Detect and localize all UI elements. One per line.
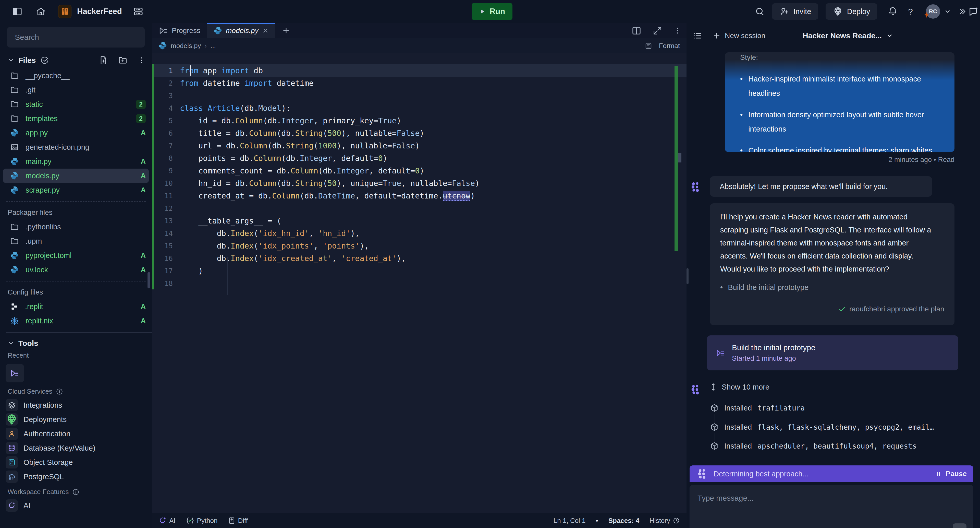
close-tab-icon[interactable] [262,27,269,34]
code-line-18[interactable]: 18 [152,277,687,290]
files-section-header[interactable]: Files [0,52,152,69]
file-row--git[interactable]: .git [0,83,152,97]
spaces-setting[interactable]: Spaces: 4 [608,517,639,525]
sidebar-item-authentication[interactable]: Authentication [0,427,152,441]
status-ai[interactable]: AI [159,517,176,525]
code-line-3[interactable]: 3 [152,89,687,102]
sidebar-toggle-icon[interactable] [12,6,22,17]
expand-icon[interactable] [652,26,662,36]
file-row-scraper-py[interactable]: scraper.pyA [0,183,152,197]
file-row-models-py[interactable]: models.pyA [3,169,149,183]
pause-button[interactable]: Pause [935,470,967,478]
deploy-button[interactable]: Deploy [826,3,877,20]
packager-files-label: Packager files [0,206,152,220]
file-row-uv-lock[interactable]: uv.lockA [0,263,152,277]
sidebar-item-ai[interactable]: AI [0,498,152,513]
file-row-app-py[interactable]: app.pyA [0,126,152,140]
home-icon[interactable] [36,6,46,17]
invite-button[interactable]: Invite [772,3,818,20]
code-line-1[interactable]: 1from app import db [152,64,687,77]
sidebar-item-postgresql[interactable]: PostgreSQL [0,469,152,484]
code-line-7[interactable]: 7 url = db.Column(db.String(1000), nulla… [152,139,687,152]
kebab-menu-icon[interactable] [138,56,146,64]
file-row-templates[interactable]: templates2 [0,112,152,126]
file-row-pyproject-toml[interactable]: pyproject.tomlA [0,248,152,263]
info-icon[interactable] [72,488,80,496]
file-row--upm[interactable]: .upm [0,234,152,248]
cursor-position[interactable]: Ln 1, Col 1 [554,517,586,525]
search-input[interactable]: Search [7,27,145,48]
agent-working-bar[interactable]: Determining best approach... Pause [690,466,974,482]
collapse-panel-icon[interactable] [959,8,966,15]
code-line-16[interactable]: 16 db.Index('idx_created_at', 'created_a… [152,252,687,265]
tab-progress[interactable]: Progress [152,23,207,38]
file-row-static[interactable]: static2 [0,97,152,112]
notifications-bell-icon[interactable] [888,6,898,17]
session-title[interactable]: Hacker News Reade... [803,32,893,40]
sidebar-item-integrations[interactable]: Integrations [0,398,152,412]
session-list-icon[interactable] [693,31,702,40]
code-line-15[interactable]: 15 db.Index('idx_points', 'points'), [152,239,687,252]
editor-scrollbar[interactable] [678,153,681,163]
code-line-17[interactable]: 17 ) [152,265,687,277]
code-line-12[interactable]: 12 [152,202,687,215]
format-button[interactable]: Format [659,42,680,50]
message-meta[interactable]: 2 minutes ago • Read [725,156,955,164]
code-line-9[interactable]: 9 comments_count = db.Column(db.Integer,… [152,164,687,177]
new-folder-icon[interactable] [118,55,127,65]
code-line-8[interactable]: 8 points = db.Column(db.Integer, default… [152,152,687,164]
chat-scrollbar[interactable] [687,268,689,284]
folder-icon [10,71,19,80]
split-pane-icon[interactable] [632,26,641,36]
workspace-layout-icon[interactable] [133,6,143,17]
code-line-2[interactable]: 2from datetime import datetime [152,77,687,89]
show-more-button[interactable]: Show 10 more [710,383,770,391]
status-language[interactable]: Python [186,517,218,525]
svg-text:01: 01 [10,463,13,465]
code-line-10[interactable]: 10 hn_id = db.Column(db.String(50), uniq… [152,177,687,190]
task-progress-card[interactable]: Build the initial prototype Started 1 mi… [707,335,958,370]
avatar[interactable]: RC [926,4,940,19]
new-tab-button[interactable] [275,23,297,38]
code-editor[interactable]: 1from app import db2from datetime import… [152,53,687,513]
breadcrumb-more[interactable]: ... [210,42,216,50]
code-line-5[interactable]: 5 id = db.Column(db.Integer, primary_key… [152,115,687,127]
recent-shell-tool-button[interactable] [6,364,24,383]
history-button[interactable]: History [649,515,680,526]
file-row-main-py[interactable]: main.pyA [0,154,152,169]
help-icon[interactable]: ? [908,6,913,17]
new-session-button[interactable]: New session [725,32,765,40]
code-line-14[interactable]: 14 db.Index('idx_hn_id', 'hn_id'), [152,227,687,239]
code-text: __table_args__ = ( [180,216,281,225]
code-line-6[interactable]: 6 title = db.Column(db.String(500), null… [152,127,687,139]
code-line-4[interactable]: 4class Article(db.Model): [152,102,687,115]
app-icon[interactable] [58,5,72,18]
file-row-replit-nix[interactable]: replit.nixA [0,314,152,328]
plus-icon[interactable] [713,32,721,40]
breadcrumb-file[interactable]: models.py [171,42,201,50]
sidebar-item-database-key-value-[interactable]: Database (Key/Value) [0,441,152,455]
chat-input[interactable]: Type message... Have feedback? [690,485,974,528]
file-row--pythonlibs[interactable]: .pythonlibs [0,220,152,234]
tools-section-header[interactable]: Tools [0,335,152,351]
code-line-13[interactable]: 13 __table_args__ = ( [152,215,687,227]
sidebar-scrollbar[interactable] [148,272,150,289]
file-row--pycache-[interactable]: __pycache__ [0,69,152,83]
status-diff[interactable]: Diff [228,515,248,526]
new-file-icon[interactable] [99,55,108,65]
chat-sparkle-icon[interactable] [968,6,978,17]
plan-bullet: •Build the initial prototype [720,283,944,292]
sidebar-item-deployments[interactable]: Deployments [0,412,152,427]
sidebar-item-object-storage[interactable]: 1001Object Storage [0,455,152,469]
run-button[interactable]: Run [472,3,512,20]
chevron-down-icon[interactable] [944,8,951,15]
code-line-11[interactable]: 11 created_at = db.Column(db.DateTime, d… [152,190,687,202]
search-icon[interactable] [755,6,765,17]
file-row--replit[interactable]: .replitA [0,299,152,314]
send-button[interactable] [953,523,966,528]
file-name: __pycache__ [25,72,70,80]
tab-models-py[interactable]: models.py [207,23,275,38]
kebab-menu-icon[interactable] [673,27,681,35]
info-icon[interactable] [56,388,63,395]
file-row-generated-icon-png[interactable]: generated-icon.png [0,140,152,154]
